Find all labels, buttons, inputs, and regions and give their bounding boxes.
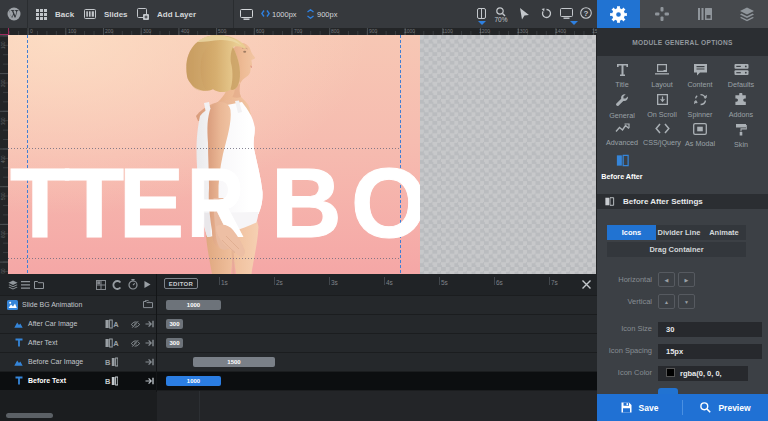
svg-text:B: B bbox=[105, 358, 111, 367]
svg-text:A: A bbox=[113, 339, 119, 348]
svg-text:A: A bbox=[113, 320, 119, 329]
svg-text:?: ? bbox=[584, 9, 589, 18]
svg-text:B: B bbox=[105, 377, 111, 386]
